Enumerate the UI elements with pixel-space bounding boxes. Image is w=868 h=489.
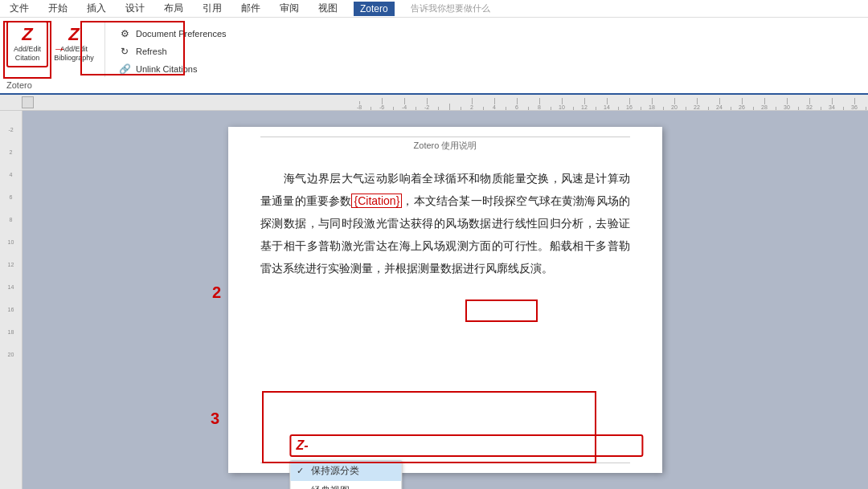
- menu-insert[interactable]: 插入: [84, 0, 109, 17]
- ruler-mark: -2: [421, 98, 432, 110]
- menu-home[interactable]: 开始: [45, 0, 71, 17]
- ruler-mark: [432, 107, 444, 110]
- ruler-mark-v: 12: [8, 262, 14, 273]
- ruler-corner: [22, 96, 34, 108]
- menu-search[interactable]: 告诉我你想要做什么: [407, 1, 493, 16]
- ruler-mark: 20: [669, 98, 680, 110]
- ruler-mark: [477, 107, 489, 110]
- ruler-mark: [500, 107, 511, 110]
- ruler-mark: [387, 107, 399, 110]
- step-3-label: 3: [211, 410, 219, 428]
- ruler-mark: [455, 107, 466, 110]
- document-preferences-label: Document Preferences: [136, 29, 227, 39]
- add-edit-citation-button[interactable]: Z Add/Edit Citation: [6, 21, 48, 67]
- ruler-mark: [792, 107, 804, 110]
- refresh-label: Refresh: [136, 47, 167, 56]
- ruler-mark-v: 16: [8, 307, 14, 318]
- ribbon-section-label: Zotero: [6, 80, 32, 90]
- page-wrapper: 文件 开始 插入 设计 布局 引用 邮件 审阅 视图 Zotero 告诉我你想要…: [0, 0, 868, 489]
- ruler-mark-v: 2: [10, 149, 13, 161]
- ruler-mark: [837, 107, 849, 110]
- ruler-mark-v: 10: [8, 239, 14, 251]
- ruler-mark-v: 6: [10, 194, 13, 206]
- content-area: -2 2 4 6 8 10 12 14 16 18 20: [0, 111, 868, 489]
- dropdown-item-classic-view[interactable]: 经典视图: [290, 481, 401, 489]
- ruler-mark: 26: [736, 98, 747, 110]
- unlink-citations-button[interactable]: 🔗 Unlink Citations: [115, 61, 230, 77]
- menu-mail[interactable]: 邮件: [238, 0, 264, 17]
- checkmark-icon: ✓: [297, 466, 306, 476]
- add-bibliography-label1: Add/Edit: [54, 45, 94, 54]
- refresh-button[interactable]: ↻ Refresh: [115, 43, 230, 59]
- ruler-mark: [635, 107, 646, 110]
- zotero-search-popup: Z- ✓ 保持源分类 经典视图: [289, 434, 643, 457]
- document-area: Zotero 使用说明 海气边界层大气运动影响着全球循环和物质能量交换，风速是计…: [23, 111, 868, 489]
- ruler-mark: 32: [804, 98, 815, 110]
- ruler-mark: [815, 107, 826, 110]
- menu-view[interactable]: 视图: [315, 0, 341, 17]
- ruler-mark-v: 18: [8, 329, 14, 340]
- citation-z-icon: Z: [22, 26, 32, 43]
- preferences-icon: ⚙: [118, 27, 131, 40]
- ruler-mark: [770, 107, 781, 110]
- menu-file[interactable]: 文件: [6, 0, 32, 17]
- step-2-label: 2: [212, 283, 221, 302]
- menu-zotero[interactable]: Zotero: [354, 2, 395, 16]
- ruler-mark: 10: [556, 98, 567, 110]
- ruler-mark: [860, 107, 868, 110]
- ruler-mark: 4: [489, 98, 500, 110]
- ruler-mark: 36: [849, 98, 860, 110]
- ruler-mark: 16: [624, 98, 635, 110]
- ruler-mark: -8: [354, 101, 365, 110]
- doc-header-line: [260, 137, 630, 137]
- document-preferences-button[interactable]: ⚙ Document Preferences: [115, 26, 230, 42]
- zotero-search-input[interactable]: [313, 440, 637, 452]
- bibliography-z-icon: Z: [68, 26, 79, 43]
- zotero-z-icon: Z-: [296, 438, 308, 453]
- menu-design[interactable]: 设计: [122, 0, 148, 17]
- document-body: 海气边界层大气运动影响着全球循环和物质能量交换，风速是计算动量通量的重要参数{C…: [260, 167, 630, 279]
- ruler-mark: [657, 107, 669, 110]
- menu-references[interactable]: 引用: [199, 0, 225, 17]
- ruler-mark: [725, 107, 736, 110]
- ruler-mark: [590, 107, 601, 110]
- menu-review[interactable]: 审阅: [276, 0, 302, 17]
- ruler-mark: [444, 104, 455, 110]
- zotero-search-bar[interactable]: Z-: [289, 434, 643, 457]
- ruler-mark: 22: [691, 98, 702, 110]
- ruler-mark: [747, 107, 759, 110]
- ribbon: Z Add/Edit Citation Z Add/Edit Bibliogra…: [0, 18, 868, 95]
- dropdown-item-keep-source[interactable]: ✓ 保持源分类: [290, 461, 401, 481]
- add-edit-bibliography-button[interactable]: Z Add/Edit Bibliography: [53, 21, 95, 67]
- citation-placeholder: {Citation}: [351, 194, 402, 208]
- ruler-mark: -6: [376, 98, 387, 110]
- zotero-dropdown: ✓ 保持源分类 经典视图: [289, 460, 402, 489]
- ruler-mark: [702, 107, 714, 110]
- dropdown-item-label: 保持源分类: [311, 464, 359, 478]
- ruler-mark: 2: [466, 98, 477, 110]
- refresh-icon: ↻: [118, 45, 131, 58]
- add-bibliography-label2: Bibliography: [54, 54, 94, 63]
- doc-header-text: Zotero 使用说明: [228, 140, 662, 152]
- ruler: -8 -6 -4 -2 2 4 6 8 10 12 14 16: [0, 95, 868, 111]
- citation-annotation-box: [465, 300, 538, 322]
- unlink-icon: 🔗: [118, 63, 131, 75]
- ruler-mark: 24: [714, 98, 725, 110]
- ruler-mark: 12: [579, 98, 590, 110]
- menu-layout[interactable]: 布局: [161, 0, 186, 17]
- ruler-mark-v: 20: [8, 352, 14, 363]
- ruler-mark-v: 4: [10, 172, 13, 183]
- ruler-mark: 34: [826, 98, 837, 110]
- ruler-mark-v: -2: [8, 127, 13, 138]
- document-page: Zotero 使用说明 海气边界层大气运动影响着全球循环和物质能量交换，风速是计…: [228, 127, 662, 473]
- ruler-mark: [567, 107, 579, 110]
- ruler-mark: 18: [646, 98, 657, 110]
- ruler-mark: [545, 107, 556, 110]
- ruler-mark: 14: [601, 98, 612, 110]
- ruler-mark: [410, 107, 421, 110]
- dropdown-item-label: 经典视图: [311, 484, 350, 489]
- ruler-mark: 8: [534, 98, 545, 110]
- ruler-marks: -8 -6 -4 -2 2 4 6 8 10 12 14 16: [354, 96, 868, 110]
- unlink-citations-label: Unlink Citations: [136, 64, 197, 74]
- ruler-mark: 6: [511, 98, 522, 110]
